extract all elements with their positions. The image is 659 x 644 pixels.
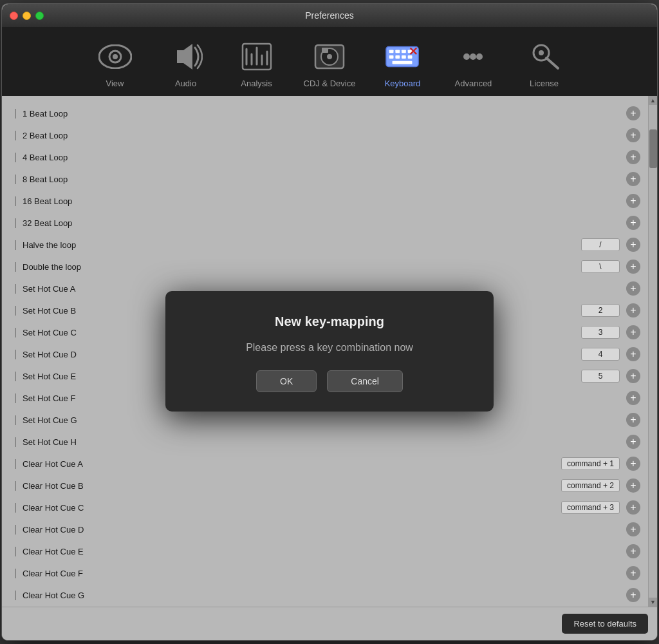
- cdj-icon: [311, 39, 348, 75]
- tab-audio[interactable]: Audio: [151, 33, 221, 96]
- advanced-icon: [455, 39, 491, 75]
- tab-view-label: View: [106, 79, 124, 88]
- dialog-cancel-button[interactable]: Cancel: [327, 370, 403, 392]
- dialog-buttons: OK Cancel: [256, 370, 403, 392]
- main-content: 1 Beat Loop+2 Beat Loop+4 Beat Loop+8 Be…: [2, 96, 657, 607]
- svg-rect-21: [402, 55, 406, 59]
- tab-cdj[interactable]: CDJ & Device: [292, 33, 367, 96]
- reset-defaults-button[interactable]: Reset to defaults: [562, 614, 648, 634]
- svg-rect-23: [393, 61, 413, 64]
- preferences-window: Preferences View Audio: [1, 3, 658, 641]
- svg-point-2: [113, 54, 118, 59]
- analysis-icon: [239, 39, 275, 75]
- tab-analysis[interactable]: Analysis: [221, 33, 292, 96]
- svg-rect-20: [396, 55, 400, 59]
- tab-audio-label: Audio: [175, 79, 196, 88]
- traffic-lights: [10, 12, 44, 20]
- svg-point-12: [327, 54, 332, 59]
- window-title: Preferences: [305, 10, 353, 21]
- svg-marker-3: [177, 44, 192, 70]
- svg-line-31: [546, 58, 558, 68]
- maximize-button[interactable]: [35, 12, 44, 20]
- svg-rect-22: [408, 55, 413, 59]
- svg-rect-17: [402, 50, 406, 53]
- svg-rect-15: [389, 50, 394, 53]
- tab-analysis-label: Analysis: [241, 79, 272, 88]
- close-button[interactable]: [10, 12, 18, 20]
- tab-keyboard-label: Keyboard: [385, 79, 421, 88]
- dialog-message: Please press a key combination now: [246, 342, 413, 354]
- title-bar: Preferences: [2, 4, 657, 27]
- tab-license[interactable]: License: [508, 33, 579, 96]
- tab-bar: View Audio: [2, 27, 657, 96]
- svg-point-30: [539, 50, 544, 55]
- tab-keyboard[interactable]: Keyboard: [367, 33, 438, 96]
- dialog-box: New key-mapping Please press a key combi…: [165, 291, 494, 412]
- dialog-ok-button[interactable]: OK: [256, 370, 317, 392]
- tab-cdj-label: CDJ & Device: [304, 79, 356, 88]
- eye-icon: [97, 39, 133, 75]
- audio-icon: [168, 39, 204, 75]
- bottom-bar: Reset to defaults: [2, 607, 657, 640]
- svg-point-26: [463, 53, 470, 60]
- tab-view[interactable]: View: [80, 33, 151, 96]
- license-icon: [526, 39, 562, 75]
- minimize-button[interactable]: [23, 12, 31, 20]
- svg-point-27: [470, 53, 476, 60]
- svg-rect-19: [389, 55, 394, 59]
- tab-advanced-label: Advanced: [455, 79, 492, 88]
- svg-point-28: [476, 53, 483, 60]
- svg-rect-16: [396, 50, 400, 53]
- svg-rect-13: [322, 48, 328, 53]
- tab-license-label: License: [530, 79, 559, 88]
- dialog-title: New key-mapping: [275, 314, 384, 329]
- keyboard-icon: [384, 39, 420, 75]
- tab-advanced[interactable]: Advanced: [438, 33, 508, 96]
- dialog-overlay: New key-mapping Please press a key combi…: [2, 96, 657, 607]
